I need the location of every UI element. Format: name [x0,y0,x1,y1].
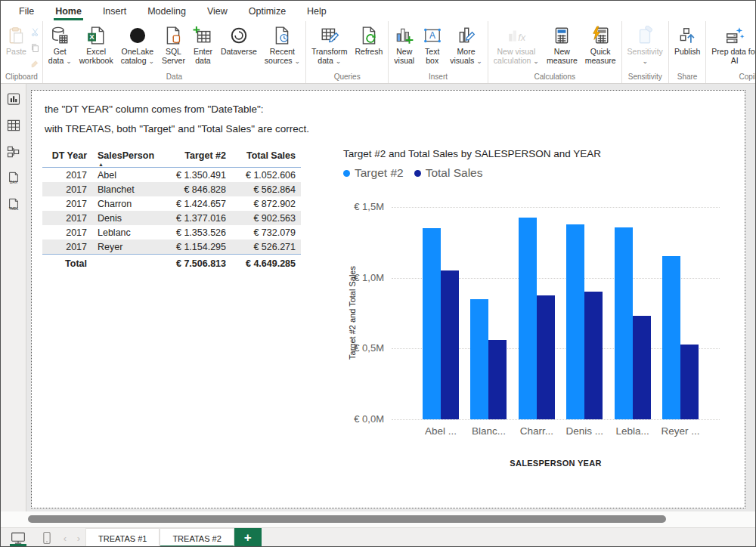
menu-item-home[interactable]: Home [45,1,92,21]
x-axis-tick-label: Charr... [510,425,563,437]
excel-workbook-icon: X [86,25,107,45]
quick-measure-button[interactable]: Quickmeasure [581,21,620,65]
y-axis-tick-label: € 0,0M [342,413,384,425]
bar-sales-blanc[interactable] [488,340,507,419]
table-row[interactable]: 2017Charron€ 1.424.657€ 872.902 [42,196,301,211]
table-cell: Blanchet [92,182,165,196]
menu-item-modeling[interactable]: Modeling [137,1,197,21]
bar-sales-reyer[interactable] [680,345,699,419]
table-row[interactable]: 2017Leblanc€ 1.353.526€ 732.079 [42,225,301,240]
legend-item[interactable]: Target #2 [343,166,404,180]
paste-button[interactable]: Paste [2,21,30,56]
model-view-button[interactable] [5,144,22,160]
table-cell: € 1.424.657 [165,196,231,211]
table-view-button[interactable] [5,117,22,134]
prep-data-for-ai-label: Prep data forAI [711,47,755,65]
x-axis-tick-label: Reyer ... [654,425,707,437]
format-painter-icon[interactable] [30,58,40,72]
legend-item[interactable]: Total Sales [414,166,483,180]
more-visuals-button[interactable]: Morevisuals ⌄ [446,21,486,66]
report-view-button[interactable] [5,91,22,107]
model-view-icon [6,144,21,159]
page-tab-1[interactable]: TREATAS #1 [85,528,160,547]
chevron-down-icon: ⌄ [148,57,154,65]
table-visual[interactable]: DT YearSalesPerson▲Target #2Total Sales2… [42,148,301,271]
table-column-header[interactable]: Target #2 [165,148,231,168]
table-row[interactable]: 2017Reyer€ 1.154.295€ 526.271 [42,240,301,255]
dataverse-icon [228,25,249,45]
table-cell: 2017 [42,196,92,211]
transform-data-icon [319,25,339,45]
new-measure-button[interactable]: Newmeasure [543,21,581,65]
transform-data-button[interactable]: Transformdata ⌄ [308,21,351,66]
tmdl-view-button[interactable]: TMDL [5,196,22,213]
mobile-view-button[interactable] [36,528,58,547]
recent-sources-button[interactable]: Recentsources ⌄ [261,21,304,66]
bar-target-lebla[interactable] [615,227,633,419]
bar-target-blanc[interactable] [470,299,488,419]
get-data-button[interactable]: Getdata ⌄ [45,21,76,66]
table-cell: € 1.377.016 [165,211,231,225]
table-cell: Denis [92,211,165,225]
excel-workbook-button[interactable]: XExcelworkbook [76,21,117,65]
horizontal-scrollbar[interactable] [28,515,666,523]
menu-item-insert[interactable]: Insert [92,1,137,21]
add-page-button[interactable]: + [234,528,262,547]
table-row[interactable]: 2017Blanchet€ 846.828€ 562.864 [42,182,301,196]
bar-sales-denis[interactable] [584,292,603,419]
menu-item-help[interactable]: Help [296,1,337,21]
table-cell: 2017 [42,168,92,183]
desktop-view-button[interactable] [7,528,29,547]
cut-icon[interactable] [30,26,40,40]
sensitivity-label: Sensitivity⌄ [627,47,663,66]
enter-data-button[interactable]: Enterdata [189,21,217,65]
bar-chart-visual[interactable]: Target #2 and Total Sales by SALESPERSON… [342,145,744,500]
bar-target-charr[interactable] [519,218,537,419]
bar-target-denis[interactable] [566,224,584,419]
ribbon-group-label: Copilot [708,72,755,83]
prev-page-arrow[interactable]: ‹ [58,528,72,547]
copy-icon[interactable] [30,42,40,56]
table-total-cell: € 4.649.285 [231,255,301,271]
dax-query-view-button[interactable]: DAX [5,170,22,187]
bar-sales-charr[interactable] [537,295,555,419]
bar-sales-lebla[interactable] [633,316,651,419]
menu-item-file[interactable]: File [8,1,45,21]
bar-target-reyer[interactable] [662,256,680,419]
onelake-catalog-button[interactable]: OneLakecatalog ⌄ [117,21,158,66]
sql-server-button[interactable]: SQLServer [158,21,189,65]
table-column-header[interactable]: Total Sales [231,148,301,168]
table-column-header[interactable]: DT Year [42,148,92,168]
dataverse-button[interactable]: Dataverse [217,21,261,56]
excel-workbook-label: Excelworkbook [79,47,113,65]
menu-item-optimize[interactable]: Optimize [238,1,296,21]
page-tab-2[interactable]: TREATAS #2 [160,528,234,547]
svg-text:X: X [90,32,95,41]
text-box-button[interactable]: ATextbox [418,21,446,65]
menu-item-view[interactable]: View [197,1,238,21]
gridline [392,207,720,208]
chevron-down-icon: ⌄ [294,57,300,65]
new-visual-button[interactable]: Newvisual [390,21,418,65]
new-measure-label: Newmeasure [547,47,578,65]
next-page-arrow[interactable]: › [72,528,85,547]
prep-data-for-ai-button[interactable]: Prep data forAI [708,21,755,65]
bar-sales-abel[interactable] [441,270,459,419]
new-measure-icon [552,25,572,45]
table-cell: € 1.350.491 [165,168,231,183]
ribbon-group-label: Share [671,72,704,83]
sort-ascending-icon: ▲ [98,162,104,167]
table-row[interactable]: 2017Abel€ 1.350.491€ 1.052.606 [42,168,301,183]
table-row[interactable]: 2017Denis€ 1.377.016€ 902.563 [42,211,301,225]
ribbon-group-label: Data [45,72,304,83]
publish-button[interactable]: Publish [671,21,704,56]
onelake-catalog-icon [127,25,147,45]
refresh-button[interactable]: Refresh [351,21,386,56]
chart-legend: Target #2Total Sales [343,166,482,180]
bar-target-abel[interactable] [423,228,441,419]
sensitivity-button[interactable]: Sensitivity⌄ [624,21,667,66]
table-column-header[interactable]: SalesPerson▲ [92,148,165,168]
report-page[interactable]: the "DT YEAR" column comes from "DateTab… [31,90,745,508]
new-visual-calculation-button[interactable]: fxNew visualcalculation ⌄ [490,21,543,66]
table-cell: € 562.864 [231,182,301,196]
